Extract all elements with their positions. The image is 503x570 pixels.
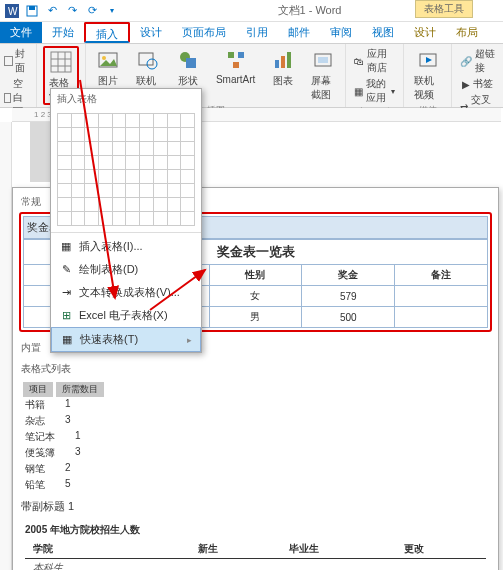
- apps-group: 🛍应用商店 ▦我的应用 ▾ 应用程序: [346, 44, 404, 107]
- tab-view[interactable]: 视图: [362, 22, 404, 43]
- tab-references[interactable]: 引用: [236, 22, 278, 43]
- save-icon[interactable]: [24, 3, 40, 19]
- college-preview-1[interactable]: 2005 年地方院校招生人数 学院新生毕业生更改 本科生 Cedar 大学110…: [19, 518, 492, 570]
- screenshot-button[interactable]: 屏幕截图: [307, 46, 339, 104]
- svg-rect-15: [228, 52, 234, 58]
- subtitle-1: 带副标题 1: [19, 495, 492, 518]
- bookmark-icon: ▶: [462, 79, 470, 90]
- repeat-icon[interactable]: ⟳: [84, 3, 100, 19]
- tab-layout[interactable]: 页面布局: [172, 22, 236, 43]
- link-icon: 🔗: [460, 56, 472, 67]
- svg-rect-4: [51, 52, 71, 72]
- text-to-table-item[interactable]: ⇥文本转换成表格(V)...: [51, 281, 201, 304]
- bookmark-button[interactable]: ▶书签: [460, 76, 495, 92]
- dropdown-header: 插入表格: [51, 89, 201, 109]
- tab-file[interactable]: 文件: [0, 22, 42, 43]
- smartart-button[interactable]: SmartArt: [212, 46, 259, 104]
- tab-mailings[interactable]: 邮件: [278, 22, 320, 43]
- svg-rect-16: [238, 52, 244, 58]
- redo-icon[interactable]: ↷: [64, 3, 80, 19]
- svg-rect-22: [318, 57, 328, 63]
- tab-table-design[interactable]: 设计: [404, 22, 446, 43]
- svg-rect-14: [186, 58, 196, 68]
- tabular-list-preview[interactable]: 项目 所需数目 书籍1 杂志3 笔记本1 便笺簿3 钢笔2 铅笔5: [19, 380, 492, 495]
- tab-design[interactable]: 设计: [130, 22, 172, 43]
- screenshot-icon: [311, 48, 335, 72]
- tab-home[interactable]: 开始: [42, 22, 84, 43]
- svg-point-10: [102, 56, 106, 60]
- media-group: 联机视频 媒体: [404, 44, 451, 107]
- online-picture-icon: [136, 48, 160, 72]
- ribbon-tabs: 文件 开始 插入 设计 页面布局 引用 邮件 审阅 视图 设计 布局: [0, 22, 503, 44]
- quick-icon: ▦: [60, 333, 74, 347]
- online-video-button[interactable]: 联机视频: [410, 46, 444, 104]
- picture-icon: [96, 48, 120, 72]
- insert-table-item[interactable]: ▦插入表格(I)...: [51, 235, 201, 258]
- video-icon: [416, 48, 440, 72]
- grid-icon: ▦: [59, 240, 73, 254]
- svg-rect-17: [233, 62, 239, 68]
- table-icon: [49, 50, 73, 74]
- excel-icon: ⊞: [59, 309, 73, 323]
- vertical-ruler: [0, 122, 12, 570]
- draw-table-item[interactable]: ✎绘制表格(D): [51, 258, 201, 281]
- chart-button[interactable]: 图表: [267, 46, 299, 104]
- quick-access-toolbar: W ↶ ↷ ⟳ ▾: [4, 3, 120, 19]
- pages-group: 封面 空白页 ⎋分页 页面: [0, 44, 37, 107]
- links-group: 🔗超链接 ▶书签 ⇄交叉引用 链接: [452, 44, 503, 107]
- convert-icon: ⇥: [59, 286, 73, 300]
- word-icon: W: [4, 3, 20, 19]
- chart-icon: [271, 48, 295, 72]
- svg-rect-20: [287, 52, 291, 68]
- qat-dropdown-icon[interactable]: ▾: [104, 3, 120, 19]
- table-dropdown: 插入表格 ▦插入表格(I)... ✎绘制表格(D) ⇥文本转换成表格(V)...…: [50, 88, 202, 353]
- title-bar: W ↶ ↷ ⟳ ▾ 文档1 - Word 表格工具: [0, 0, 503, 22]
- svg-text:W: W: [8, 6, 18, 17]
- contextual-tab-title: 表格工具: [415, 0, 473, 18]
- undo-icon[interactable]: ↶: [44, 3, 60, 19]
- store-icon: 🛍: [354, 56, 364, 67]
- svg-point-12: [147, 59, 157, 69]
- table-grid-picker[interactable]: [51, 109, 201, 230]
- svg-rect-19: [281, 56, 285, 68]
- my-apps-button[interactable]: ▦我的应用 ▾: [352, 76, 397, 106]
- apps-icon: ▦: [354, 86, 363, 97]
- cover-page[interactable]: 封面: [4, 46, 32, 76]
- hyperlink-button[interactable]: 🔗超链接: [458, 46, 497, 76]
- tab-table-layout[interactable]: 布局: [446, 22, 488, 43]
- excel-table-item[interactable]: ⊞Excel 电子表格(X): [51, 304, 201, 327]
- quick-tables-item[interactable]: ▦快速表格(T)▸: [51, 327, 201, 352]
- smartart-icon: [224, 48, 248, 72]
- tabular-list-title: 表格式列表: [19, 358, 492, 380]
- pencil-icon: ✎: [59, 263, 73, 277]
- svg-rect-18: [275, 60, 279, 68]
- shapes-icon: [176, 48, 200, 72]
- svg-rect-3: [29, 6, 35, 10]
- tab-review[interactable]: 审阅: [320, 22, 362, 43]
- submenu-arrow-icon: ▸: [187, 335, 192, 345]
- app-store-button[interactable]: 🛍应用商店: [352, 46, 397, 76]
- tab-insert[interactable]: 插入: [84, 22, 130, 43]
